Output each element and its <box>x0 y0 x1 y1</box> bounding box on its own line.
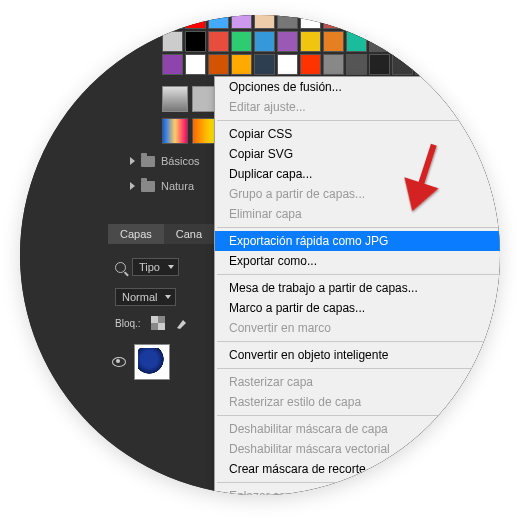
menu-duplicar-capa[interactable]: Duplicar capa... <box>215 164 500 184</box>
menu-convertir-marco: Convertir en marco <box>215 318 500 338</box>
layer-thumbnail[interactable] <box>134 344 170 380</box>
menu-eliminar-capa: Eliminar capa <box>215 204 500 224</box>
color-swatch[interactable] <box>346 54 367 75</box>
color-swatch[interactable] <box>415 54 436 75</box>
color-swatch[interactable] <box>461 54 482 75</box>
color-swatch[interactable] <box>208 31 229 52</box>
color-swatch[interactable] <box>185 15 206 29</box>
color-swatch[interactable] <box>438 31 459 52</box>
color-swatch[interactable] <box>346 31 367 52</box>
color-swatch[interactable] <box>185 54 206 75</box>
color-swatch[interactable] <box>231 54 252 75</box>
brush-lock-icon[interactable] <box>175 316 189 330</box>
color-swatch[interactable] <box>208 54 229 75</box>
color-swatch[interactable] <box>277 15 298 29</box>
blend-mode-select[interactable]: Normal <box>115 288 176 306</box>
color-swatch[interactable] <box>461 31 482 52</box>
swatches-grid <box>162 15 482 75</box>
layer-filter-row[interactable]: Tipo <box>115 258 179 276</box>
layer-context-menu: Opciones de fusión... Editar ajuste... C… <box>214 76 500 495</box>
color-swatch[interactable] <box>438 54 459 75</box>
tab-capas[interactable]: Capas <box>108 224 164 244</box>
color-swatch[interactable] <box>461 15 482 29</box>
menu-opciones-fusion[interactable]: Opciones de fusión... <box>215 77 500 97</box>
visibility-eye-icon[interactable] <box>112 357 126 367</box>
color-swatch[interactable] <box>231 15 252 29</box>
color-swatch[interactable] <box>323 31 344 52</box>
blend-mode-row: Normal <box>115 288 176 306</box>
color-swatch[interactable] <box>415 31 436 52</box>
menu-crear-recorte[interactable]: Crear máscara de recorte <box>215 459 500 479</box>
color-swatch[interactable] <box>300 54 321 75</box>
lock-label: Bloq.: <box>115 318 141 329</box>
menu-editar-ajuste: Editar ajuste... <box>215 97 500 117</box>
folder-icon <box>141 181 155 192</box>
menu-deshabilitar-mascara: Deshabilitar máscara de capa <box>215 419 500 439</box>
menu-enlazar-capas: Enlazar capas <box>215 486 500 495</box>
menu-mesa-trabajo[interactable]: Mesa de trabajo a partir de capas... <box>215 278 500 298</box>
gradient-swatch[interactable] <box>162 118 188 144</box>
layer-row[interactable] <box>112 344 170 380</box>
lock-row: Bloq.: <box>115 316 189 330</box>
color-swatch[interactable] <box>392 15 413 29</box>
folder-basicos[interactable]: Básicos <box>130 155 200 167</box>
color-swatch[interactable] <box>300 15 321 29</box>
menu-copiar-css[interactable]: Copiar CSS <box>215 124 500 144</box>
color-swatch[interactable] <box>300 31 321 52</box>
color-swatch[interactable] <box>323 54 344 75</box>
color-swatch[interactable] <box>369 54 390 75</box>
color-swatch[interactable] <box>185 31 206 52</box>
color-swatch[interactable] <box>392 31 413 52</box>
tab-canales[interactable]: Cana <box>164 224 214 244</box>
color-swatch[interactable] <box>369 15 390 29</box>
color-swatch[interactable] <box>369 31 390 52</box>
color-swatch[interactable] <box>346 15 367 29</box>
color-swatch[interactable] <box>254 15 275 29</box>
search-icon <box>115 262 126 273</box>
filter-select[interactable]: Tipo <box>132 258 179 276</box>
menu-grupo-capas: Grupo a partir de capas... <box>215 184 500 204</box>
color-swatch[interactable] <box>277 31 298 52</box>
annotation-arrow-icon <box>395 138 445 218</box>
menu-convertir-inteligente[interactable]: Convertir en objeto inteligente <box>215 345 500 365</box>
menu-copiar-svg[interactable]: Copiar SVG <box>215 144 500 164</box>
menu-marco-capas[interactable]: Marco a partir de capas... <box>215 298 500 318</box>
folder-icon <box>141 156 155 167</box>
svg-rect-2 <box>158 323 165 330</box>
menu-exportar-como[interactable]: Exportar como... <box>215 251 500 271</box>
chevron-right-icon <box>130 157 135 165</box>
no-color-swatch[interactable] <box>162 15 183 29</box>
panel-tabs: Capas Cana <box>108 224 214 244</box>
gradients-row <box>162 118 218 144</box>
menu-rasterizar-estilo: Rasterizar estilo de capa <box>215 392 500 412</box>
color-swatch[interactable] <box>415 15 436 29</box>
menu-rasterizar-capa: Rasterizar capa <box>215 372 500 392</box>
color-swatch[interactable] <box>438 15 459 29</box>
folder-label: Básicos <box>161 155 200 167</box>
transparency-lock-icon[interactable] <box>151 316 165 330</box>
style-swatch[interactable] <box>162 86 188 112</box>
color-swatch[interactable] <box>254 31 275 52</box>
color-swatch[interactable] <box>162 31 183 52</box>
color-swatch[interactable] <box>162 54 183 75</box>
color-swatch[interactable] <box>254 54 275 75</box>
color-swatch[interactable] <box>208 15 229 29</box>
menu-exportacion-rapida[interactable]: Exportación rápida como JPG <box>215 231 500 251</box>
color-swatch[interactable] <box>231 31 252 52</box>
color-swatch[interactable] <box>323 15 344 29</box>
svg-rect-1 <box>151 316 158 323</box>
folder-natura[interactable]: Natura <box>130 180 194 192</box>
folder-label: Natura <box>161 180 194 192</box>
chevron-right-icon <box>130 182 135 190</box>
menu-deshabilitar-vectorial: Deshabilitar máscara vectorial <box>215 439 500 459</box>
color-swatch[interactable] <box>392 54 413 75</box>
color-swatch[interactable] <box>277 54 298 75</box>
